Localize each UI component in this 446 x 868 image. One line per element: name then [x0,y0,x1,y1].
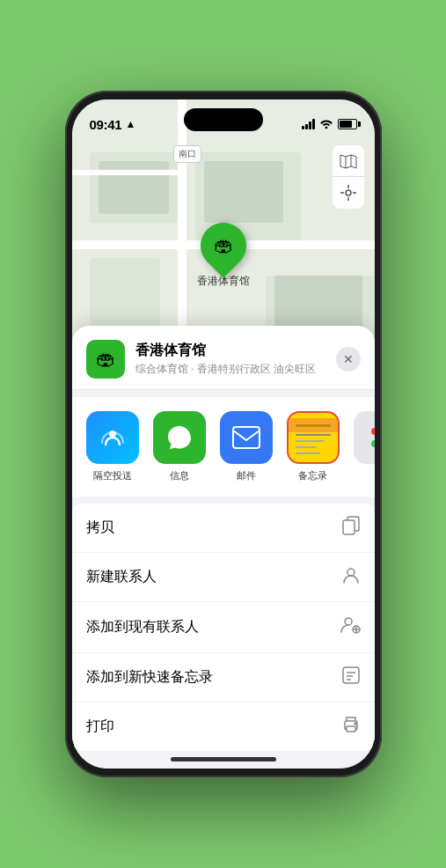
map-pin: 🏟 香港体育馆 [197,223,250,289]
share-row: 隔空投送 信息 [72,397,375,497]
action-copy-label: 拷贝 [86,519,114,537]
airdrop-label: 隔空投送 [93,469,132,482]
airdrop-icon [86,411,139,464]
share-messages[interactable]: 信息 [153,411,206,482]
svg-point-20 [355,723,356,725]
dynamic-island [184,108,263,131]
action-list: 拷贝 新建联系人 [72,504,375,751]
pin-icon: 🏟 [214,234,233,257]
venue-icon: 🏟 [86,340,125,379]
battery-icon [338,119,357,129]
action-new-contact-label: 新建联系人 [86,568,157,586]
mail-label: 邮件 [237,469,256,482]
svg-point-9 [347,569,355,576]
svg-point-10 [345,618,352,625]
home-indicator [171,757,276,761]
venue-desc: 综合体育馆 · 香港特别行政区 油尖旺区 [135,362,325,377]
venue-info: 香港体育馆 综合体育馆 · 香港特别行政区 油尖旺区 [135,342,325,377]
map-south-entrance-label: 南口 [173,145,201,163]
svg-rect-14 [343,667,359,683]
svg-rect-6 [233,427,260,448]
action-print-label: 打印 [86,717,114,736]
share-more[interactable]: 推 [354,411,375,482]
pin-circle: 🏟 [191,213,256,278]
location-button[interactable] [333,177,364,209]
messages-icon [153,411,206,464]
share-mail[interactable]: 邮件 [220,411,273,482]
venue-name: 香港体育馆 [135,342,325,360]
action-print[interactable]: 打印 [72,702,375,751]
share-airdrop[interactable]: 隔空投送 [86,411,139,482]
location-icon: ▲ [125,118,135,130]
notes-label: 备忘录 [298,469,327,482]
wifi-icon [319,118,333,131]
status-icons [302,118,357,131]
add-contact-icon [340,614,361,640]
sheet-close-button[interactable]: ✕ [336,347,361,371]
copy-icon [341,516,361,540]
svg-rect-8 [343,520,355,534]
phone-frame: 09:41 ▲ [65,91,382,777]
sheet-header: 🏟 香港体育馆 综合体育馆 · 香港特别行政区 油尖旺区 ✕ [72,326,375,390]
svg-point-0 [346,190,351,195]
action-add-note[interactable]: 添加到新快速备忘录 [72,653,375,702]
mail-icon [220,411,273,464]
action-add-contact-label: 添加到现有联系人 [86,618,199,636]
status-time: 09:41 [90,117,122,132]
signal-bars [302,119,315,129]
print-icon [341,715,361,739]
action-new-contact[interactable]: 新建联系人 [72,553,375,602]
svg-rect-19 [347,726,355,732]
new-contact-icon [341,565,361,589]
action-add-contact[interactable]: 添加到现有联系人 [72,602,375,653]
map-type-button[interactable] [333,145,364,177]
quick-note-icon [341,666,361,689]
phone-screen: 09:41 ▲ [72,99,375,769]
action-copy[interactable]: 拷贝 [72,504,375,553]
messages-label: 信息 [170,469,189,482]
map-controls [333,145,364,209]
notes-icon [287,411,340,464]
bottom-sheet: 🏟 香港体育馆 综合体育馆 · 香港特别行政区 油尖旺区 ✕ [72,326,375,769]
more-icon [354,411,375,464]
share-notes[interactable]: 备忘录 [287,411,340,482]
action-add-note-label: 添加到新快速备忘录 [86,668,213,687]
